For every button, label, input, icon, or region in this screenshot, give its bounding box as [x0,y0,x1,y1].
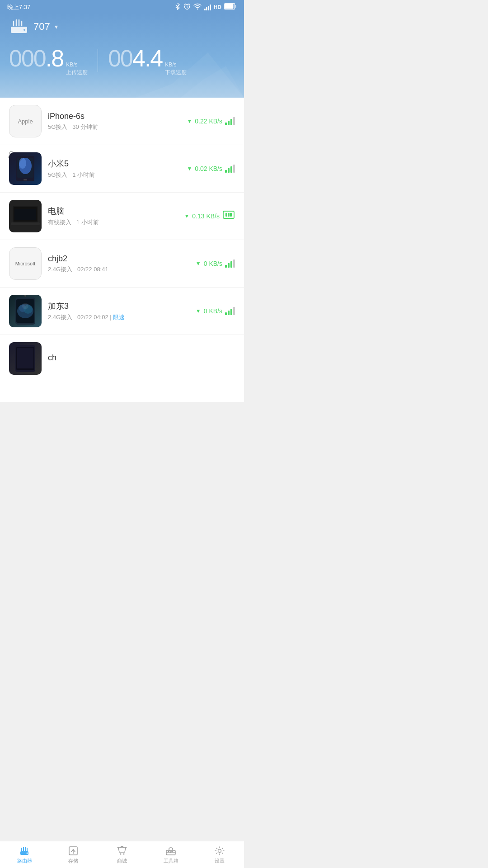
bar3 [230,166,232,173]
speed-value: 0.22 KB/s [195,118,222,125]
limit-link[interactable]: 限速 [113,314,125,321]
device-speed: ▼ 0.22 KB/s [187,117,235,125]
xiaomi-device-illustration [9,152,42,185]
upload-unit: KB/s [66,61,88,69]
device-icon-ch [9,342,42,375]
device-name: 小米5 [48,158,180,169]
device-name: 加东3 [48,301,189,311]
alarm-icon [183,3,191,11]
ipad-illustration [9,295,42,327]
bar4 [233,259,235,268]
svg-rect-17 [23,179,27,180]
svg-rect-25 [230,213,232,217]
device-icon-laptop: ASUS [9,200,42,232]
bar1 [225,312,227,315]
device-item[interactable]: 小米5 5G接入 1 小时前 ▼ 0.02 KB/s [0,145,244,193]
header-section: 707 ▾ 000.8 KB/s 上传速度 004.4 KB/s 下载速度 [0,14,244,98]
device-icon-microsoft: Microsoft [9,247,42,280]
svg-point-16 [19,158,26,169]
device-item[interactable]: ch [0,335,244,402]
device-speed: ▼ 0 KB/s [196,259,235,268]
device-meta: 5G接入 30 分钟前 [48,123,180,131]
status-bar: 晚上7:37 HD [0,0,244,14]
mountain-decoration [136,39,244,98]
upload-speed-block: 000.8 KB/s 上传速度 [9,45,88,76]
bar1 [225,265,227,268]
bar4 [233,117,235,125]
bar2 [228,121,230,125]
upload-speed-labels: KB/s 上传速度 [66,61,88,76]
bar3 [230,309,232,315]
svg-point-7 [23,29,25,31]
device-icon-xiaomi [9,152,42,185]
bar3 [230,261,232,268]
battery-icon [224,3,237,11]
device-meta: 2.4G接入 02/22 08:41 [48,265,189,274]
device-info: iPhone-6s 5G接入 30 分钟前 [48,112,180,131]
bar2 [228,311,230,315]
device-speed: ▼ 0 KB/s [196,307,235,315]
bar3 [230,119,232,125]
svg-point-32 [22,303,28,309]
speed-value: 0.13 KB/s [192,212,220,220]
signal-bars [225,259,235,268]
bar1 [225,123,227,125]
device-icon-wrapper [9,152,42,185]
speed-arrow-icon: ▼ [196,308,201,314]
upload-speed-value: 000.8 [9,45,63,72]
svg-point-1 [197,9,197,9]
signal-bars [225,117,235,125]
device-item[interactable]: 加东3 2.4G接入 02/22 04:02 | 限速 ▼ 0 KB/s [0,288,244,335]
svg-rect-20 [11,222,40,225]
device-info: 加东3 2.4G接入 02/22 04:02 | 限速 [48,301,189,321]
device-info: 电脑 有线接入 1 小时前 [48,206,178,226]
svg-rect-3 [225,4,234,9]
wired-connection-icon [222,209,235,223]
bar4 [233,165,235,173]
svg-rect-24 [225,213,227,217]
router-icon [9,19,29,35]
upload-label: 上传速度 [66,69,88,76]
svg-rect-33 [24,295,26,297]
device-icon-ipad [9,295,42,327]
device-speed: ▼ 0.13 KB/s [184,209,235,223]
bar4 [233,307,235,315]
speed-value: 0.02 KB/s [195,165,222,172]
signal-icon [204,4,211,10]
speed-arrow-icon: ▼ [187,118,192,124]
device-item[interactable]: Microsoft chjb2 2.4G接入 02/22 08:41 ▼ 0 K… [0,240,244,288]
hd-badge: HD [214,4,221,10]
device-meta: 5G接入 1 小时前 [48,171,180,179]
device-name: iPhone-6s [48,112,180,121]
time: 晚上7:37 [7,3,30,11]
wifi-icon [193,3,202,11]
svg-rect-26 [228,213,230,217]
device-item[interactable]: ASUS 电脑 有线接入 1 小时前 ▼ 0.13 KB/s [0,193,244,240]
device-info: chjb2 2.4G接入 02/22 08:41 [48,254,189,274]
bar2 [228,168,230,173]
signal-bars [225,165,235,173]
laptop-illustration: ASUS [9,200,42,232]
speed-value: 0 KB/s [204,260,222,267]
speed-arrow-icon: ▼ [196,260,201,267]
speed-arrow-icon: ▼ [184,213,189,219]
device-info: 小米5 5G接入 1 小时前 [48,158,180,179]
device-name: chjb2 [48,254,189,264]
router-name: 707 [33,21,50,33]
status-icons: HD [174,3,237,11]
device-speed: ▼ 0.02 KB/s [187,165,235,173]
device-item[interactable]: Apple iPhone-6s 5G接入 30 分钟前 ▼ 0.22 KB/s [0,98,244,145]
bar1 [225,170,227,173]
device-meta: 2.4G接入 02/22 04:02 | 限速 [48,313,189,321]
router-title-section[interactable]: 707 ▾ [9,19,235,35]
ch-device-illustration [9,342,42,375]
svg-rect-36 [17,348,33,368]
speed-divider [98,49,98,72]
router-dropdown-icon[interactable]: ▾ [55,23,58,30]
device-name: ch [48,353,235,363]
speed-value: 0 KB/s [204,307,222,315]
device-icon-apple: Apple [9,105,42,137]
signal-bars [225,307,235,315]
device-meta: 有线接入 1 小时前 [48,218,178,226]
device-list: Apple iPhone-6s 5G接入 30 分钟前 ▼ 0.22 KB/s [0,98,244,402]
